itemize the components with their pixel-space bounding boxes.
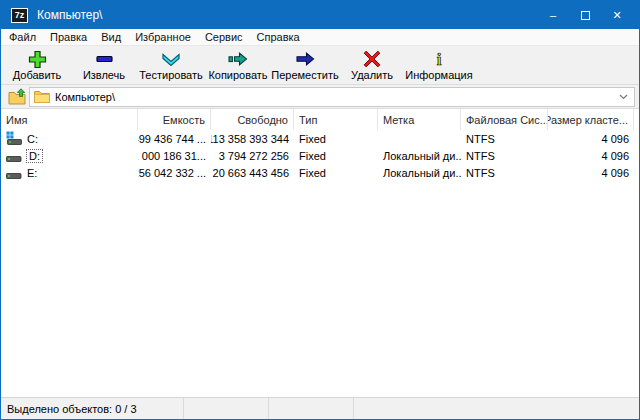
header-cluster[interactable]: Размер класте... xyxy=(548,109,634,130)
drive-filesystem: NTFS xyxy=(461,147,548,164)
extract-button-label: Извлечь xyxy=(83,69,125,81)
system-drive-icon xyxy=(6,131,22,146)
drive-cluster: 4 096 xyxy=(548,130,634,147)
window-title: Компьютер\ xyxy=(37,8,537,22)
7zip-window: 7z Компьютер\ – ✕ Файл Правка Вид Избран… xyxy=(0,0,640,420)
minimize-button[interactable]: – xyxy=(537,1,569,29)
test-button-label: Тестировать xyxy=(139,69,203,81)
drive-name: C: xyxy=(27,133,38,145)
info-button[interactable]: i Информация xyxy=(408,46,470,84)
maximize-icon xyxy=(581,11,590,20)
copy-button-label: Копировать xyxy=(208,69,267,81)
status-panel-4 xyxy=(354,398,639,419)
menu-view[interactable]: Вид xyxy=(94,30,128,44)
extract-button[interactable]: Извлечь xyxy=(73,46,135,84)
parent-folder-button[interactable] xyxy=(5,87,29,107)
extract-minus-icon xyxy=(95,50,114,68)
drive-type: Fixed xyxy=(294,130,378,147)
menu-bar: Файл Правка Вид Избранное Сервис Справка xyxy=(1,29,639,46)
drive-free: 3 794 272 256 xyxy=(211,147,294,164)
drive-free: 113 358 393 344 xyxy=(211,130,294,147)
drive-capacity: 1 000 186 31... xyxy=(138,147,211,164)
drive-cluster: 4 096 xyxy=(548,164,634,181)
header-filesystem[interactable]: Файловая Сис... xyxy=(461,109,548,130)
address-value: Компьютер\ xyxy=(55,91,616,103)
status-bar: Выделено объектов: 0 / 3 xyxy=(1,397,639,419)
maximize-button[interactable] xyxy=(569,1,601,29)
drive-cluster: 4 096 xyxy=(548,147,634,164)
7zip-app-icon[interactable]: 7z xyxy=(11,8,28,23)
folder-icon xyxy=(34,90,50,103)
column-headers: Имя Емкость Свободно Тип Метка Файловая … xyxy=(1,109,639,130)
move-button-label: Переместить xyxy=(271,69,338,81)
menu-tools[interactable]: Сервис xyxy=(198,30,250,44)
menu-help[interactable]: Справка xyxy=(250,30,307,44)
info-button-label: Информация xyxy=(405,69,472,81)
toolbar: Добавить Извлечь Тестировать Копировать … xyxy=(1,46,639,85)
drive-label xyxy=(378,130,461,147)
drive-filesystem: NTFS xyxy=(461,164,548,181)
drive-name-focused: D: xyxy=(27,150,42,162)
drive-free: 20 663 443 456 xyxy=(211,164,294,181)
add-plus-icon xyxy=(28,50,47,68)
drive-icon xyxy=(6,165,22,180)
copy-button[interactable]: Копировать xyxy=(207,46,269,84)
drive-label: Локальный ди... xyxy=(378,164,461,181)
test-button[interactable]: Тестировать xyxy=(140,46,202,84)
table-row-drive-d[interactable]: D: 1 000 186 31... 3 794 272 256 Fixed Л… xyxy=(1,147,639,164)
header-free[interactable]: Свободно xyxy=(211,109,294,130)
parent-folder-icon xyxy=(8,88,27,105)
add-button[interactable]: Добавить xyxy=(6,46,68,84)
chevron-down-icon[interactable] xyxy=(616,94,630,100)
menu-favorites[interactable]: Избранное xyxy=(128,30,198,44)
drive-name: E: xyxy=(27,167,37,179)
delete-x-icon xyxy=(363,50,381,68)
drive-capacity: 256 042 332 ... xyxy=(138,164,211,181)
drive-type: Fixed xyxy=(294,164,378,181)
info-icon: i xyxy=(432,50,446,68)
address-combo[interactable]: Компьютер\ xyxy=(29,87,635,107)
drive-type: Fixed xyxy=(294,147,378,164)
move-arrow-icon xyxy=(295,50,315,68)
window-controls: – ✕ xyxy=(537,1,633,29)
header-label[interactable]: Метка xyxy=(378,109,461,130)
drive-icon xyxy=(6,148,22,163)
delete-button-label: Удалить xyxy=(351,69,393,81)
drive-label: Локальный ди... xyxy=(378,147,461,164)
menu-edit[interactable]: Правка xyxy=(43,30,94,44)
header-capacity[interactable]: Емкость xyxy=(138,109,211,130)
table-row-drive-e[interactable]: E: 256 042 332 ... 20 663 443 456 Fixed … xyxy=(1,164,639,181)
status-panel-3 xyxy=(269,398,354,419)
close-button[interactable]: ✕ xyxy=(601,1,633,29)
test-chevron-icon xyxy=(161,50,181,68)
delete-button[interactable]: Удалить xyxy=(341,46,403,84)
status-panel-2 xyxy=(184,398,269,419)
svg-text:i: i xyxy=(437,50,442,68)
status-selected-count: Выделено объектов: 0 / 3 xyxy=(1,398,184,419)
menu-file[interactable]: Файл xyxy=(2,30,43,44)
file-list: Имя Емкость Свободно Тип Метка Файловая … xyxy=(1,109,639,397)
address-bar: Компьютер\ xyxy=(1,85,639,109)
add-button-label: Добавить xyxy=(13,69,62,81)
table-row-drive-c[interactable]: C: 499 436 744 ... 113 358 393 344 Fixed… xyxy=(1,130,639,147)
copy-arrow-icon xyxy=(228,50,248,68)
header-type[interactable]: Тип xyxy=(294,109,378,130)
move-button[interactable]: Переместить xyxy=(274,46,336,84)
drive-filesystem: NTFS xyxy=(461,130,548,147)
header-name[interactable]: Имя xyxy=(1,109,138,130)
title-bar: 7z Компьютер\ – ✕ xyxy=(1,1,639,29)
drive-capacity: 499 436 744 ... xyxy=(138,130,211,147)
